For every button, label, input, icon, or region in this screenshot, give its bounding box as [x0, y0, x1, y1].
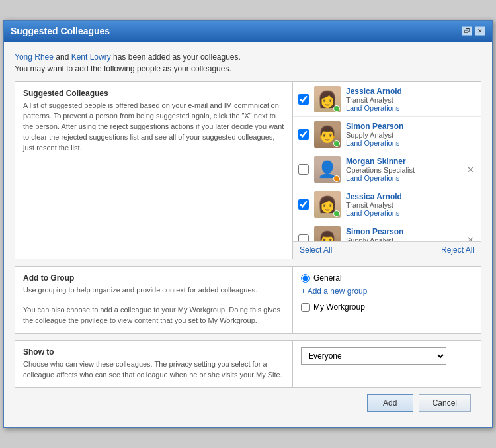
- show-right-panel: Everyone My Colleagues Only Me: [293, 341, 481, 387]
- dialog-title: Suggested Colleagues: [11, 26, 110, 36]
- colleague-dept-3[interactable]: Land Operations: [346, 209, 460, 217]
- colleague-title-1: Supply Analyst: [346, 131, 460, 139]
- status-dot-1: [333, 140, 340, 147]
- dialog-titlebar: Suggested Colleagues 🗗 ✕: [4, 21, 492, 42]
- show-left-panel: Show to Choose who can view these collea…: [15, 341, 293, 387]
- intro-person2-link[interactable]: Kent Lowry: [71, 52, 111, 62]
- colleague-item: 👩 Jessica Arnold Transit Analyst Land Op…: [293, 187, 481, 222]
- colleague-avatar-2: 👤: [314, 156, 341, 183]
- suggested-section: Suggested Colleagues A list of suggested…: [15, 81, 481, 259]
- intro-suffix: has been added as your colleagues.: [111, 52, 241, 62]
- colleague-dept-2[interactable]: Land Operations: [346, 174, 460, 182]
- suggested-left-panel: Suggested Colleagues A list of suggested…: [15, 82, 293, 259]
- workgroup-label: My Workgroup: [313, 302, 365, 312]
- close-button[interactable]: ✕: [475, 26, 485, 36]
- colleague-checkbox-1[interactable]: [298, 129, 309, 140]
- colleague-info-1: Simon Pearson Supply Analyst Land Operat…: [346, 122, 460, 147]
- reject-btn-2[interactable]: ✕: [465, 165, 475, 175]
- titlebar-controls: 🗗 ✕: [462, 26, 485, 36]
- dialog-body: Yong Rhee and Kent Lowry has been added …: [4, 42, 492, 427]
- colleagues-list: 👩 Jessica Arnold Transit Analyst Land Op…: [293, 82, 481, 241]
- general-radio-row: General: [301, 273, 473, 283]
- colleague-avatar-3: 👩: [314, 191, 341, 218]
- colleague-name-3[interactable]: Jessica Arnold: [346, 192, 460, 201]
- general-radio[interactable]: [301, 274, 310, 283]
- select-all-link[interactable]: Select All: [300, 246, 332, 255]
- show-heading: Show to: [23, 347, 284, 357]
- footer: Add Cancel: [15, 388, 481, 421]
- colleague-title-4: Supply Analyst: [346, 236, 460, 241]
- colleague-title-0: Transit Analyst: [346, 96, 460, 104]
- show-to-dropdown[interactable]: Everyone My Colleagues Only Me: [301, 347, 446, 365]
- status-dot-2: [333, 175, 340, 182]
- colleague-checkbox-0[interactable]: [298, 94, 309, 105]
- group-section-inner: Add to Group Use grouping to help organi…: [15, 267, 481, 333]
- workgroup-checkbox[interactable]: [301, 303, 310, 312]
- colleague-checkbox-2[interactable]: [298, 164, 309, 175]
- colleague-name-4[interactable]: Simon Pearson: [346, 227, 460, 236]
- suggested-right-panel: 👩 Jessica Arnold Transit Analyst Land Op…: [293, 82, 481, 259]
- colleague-item: 👤 Morgan Skinner Operations Specialist L…: [293, 152, 481, 187]
- group-description1: Use grouping to help organize and provid…: [23, 285, 284, 296]
- colleague-item: 👩 Jessica Arnold Transit Analyst Land Op…: [293, 82, 481, 117]
- intro-connector: and: [54, 52, 71, 62]
- intro-line2: You may want to add the following people…: [15, 64, 231, 73]
- suggested-heading: Suggested Colleagues: [23, 89, 284, 98]
- group-section: Add to Group Use grouping to help organi…: [15, 266, 481, 334]
- colleague-avatar-0: 👩: [314, 86, 341, 112]
- colleague-name-0[interactable]: Jessica Arnold: [346, 87, 460, 96]
- colleague-name-2[interactable]: Morgan Skinner: [346, 157, 460, 166]
- colleague-item: 👨 Simon Pearson Supply Analyst Land Oper…: [293, 222, 481, 241]
- colleague-dept-1[interactable]: Land Operations: [346, 139, 460, 147]
- group-right-panel: General + Add a new group My Workgroup: [293, 267, 481, 333]
- restore-button[interactable]: 🗗: [462, 26, 472, 36]
- group-heading: Add to Group: [23, 273, 284, 283]
- colleague-info-2: Morgan Skinner Operations Specialist Lan…: [346, 157, 460, 182]
- colleague-checkbox-3[interactable]: [298, 199, 309, 210]
- show-description: Choose who can view these colleagues. Th…: [23, 359, 284, 381]
- colleague-item: 👨 Simon Pearson Supply Analyst Land Oper…: [293, 117, 481, 152]
- add-button[interactable]: Add: [367, 394, 413, 412]
- cancel-button[interactable]: Cancel: [419, 394, 471, 412]
- colleague-avatar-1: 👨: [314, 121, 341, 148]
- colleague-title-3: Transit Analyst: [346, 201, 460, 209]
- colleague-info-0: Jessica Arnold Transit Analyst Land Oper…: [346, 87, 460, 112]
- suggested-description: A list of suggested people is offered ba…: [23, 101, 284, 154]
- group-left-panel: Add to Group Use grouping to help organi…: [15, 267, 293, 333]
- list-actions: Select All Reject All: [293, 241, 481, 259]
- show-section: Show to Choose who can view these collea…: [15, 340, 481, 388]
- intro-text: Yong Rhee and Kent Lowry has been added …: [15, 51, 481, 75]
- reject-btn-4[interactable]: ✕: [465, 235, 475, 242]
- colleague-dept-0[interactable]: Land Operations: [346, 104, 460, 112]
- reject-all-link[interactable]: Reject All: [441, 246, 474, 255]
- colleague-checkbox-4[interactable]: [298, 234, 309, 241]
- colleague-title-2: Operations Specialist: [346, 166, 460, 174]
- status-dot-0: [333, 105, 340, 112]
- general-label: General: [313, 273, 342, 283]
- workgroup-checkbox-row: My Workgroup: [301, 302, 473, 312]
- colleague-name-1[interactable]: Simon Pearson: [346, 122, 460, 131]
- add-group-link[interactable]: + Add a new group: [301, 287, 473, 296]
- colleague-info-4: Simon Pearson Supply Analyst Land Operat…: [346, 227, 460, 241]
- group-description2: You can also choose to add a colleague t…: [23, 305, 284, 326]
- colleague-info-3: Jessica Arnold Transit Analyst Land Oper…: [346, 192, 460, 217]
- status-dot-3: [333, 210, 340, 217]
- intro-person1-link[interactable]: Yong Rhee: [15, 52, 54, 62]
- colleague-avatar-4: 👨: [314, 226, 341, 241]
- suggested-colleagues-dialog: Suggested Colleagues 🗗 ✕ Yong Rhee and K…: [3, 20, 493, 428]
